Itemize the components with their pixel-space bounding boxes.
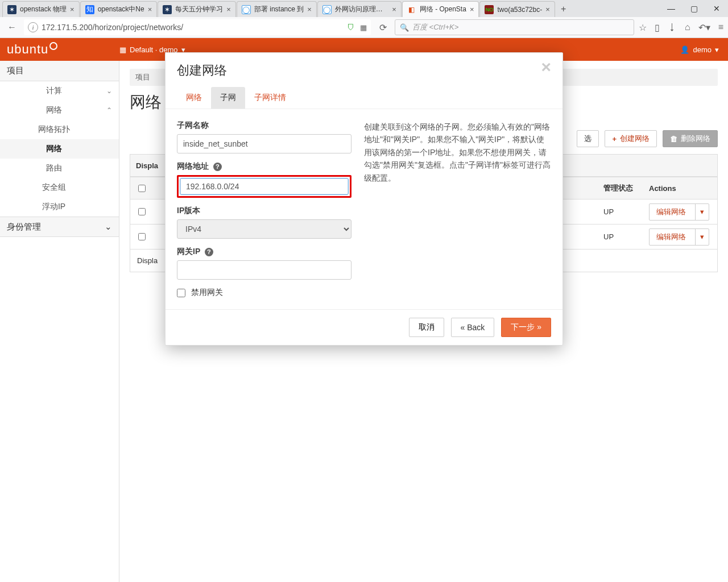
url-bar[interactable]: i 172.171.5.200/horizon/project/networks…	[24, 19, 371, 35]
tab-title: openstack 物理	[20, 5, 67, 14]
menu-icon[interactable]: ≡	[718, 22, 723, 32]
new-tab-button[interactable]: +	[556, 1, 572, 17]
history-icon[interactable]: ↶▾	[698, 22, 710, 33]
favicon-icon: ✶	[163, 5, 172, 14]
field-label: IP版本	[177, 206, 351, 216]
search-placeholder: 百度 <Ctrl+K>	[412, 22, 458, 32]
tab-close-icon[interactable]: ×	[545, 5, 550, 14]
favicon-icon: NO	[485, 5, 494, 14]
subnet-name-input[interactable]	[177, 134, 351, 153]
tab-title: 每天五分钟学习	[175, 5, 223, 14]
tab-title: 网络 - OpenSta	[420, 5, 466, 14]
next-button[interactable]: 下一步 »	[501, 318, 551, 337]
browser-chrome: ✶ openstack 物理 × 知 openstack中Ne × ✶ 每天五分…	[0, 0, 728, 38]
favicon-icon: ◯	[242, 5, 251, 14]
field-disable-gateway: 禁用网关	[177, 288, 351, 298]
reload-button[interactable]: ⟳	[375, 20, 390, 35]
modal-overlay: 创建网络 × 网络 子网 子网详情 子网名称 网络地址 ?	[0, 38, 728, 582]
bookmark-icon[interactable]: ☆	[639, 22, 647, 33]
maximize-button[interactable]: ▢	[682, 0, 705, 17]
tab-close-icon[interactable]: ×	[392, 5, 396, 14]
modal-title: 创建网络	[177, 62, 227, 79]
tab-network[interactable]: 网络	[177, 87, 211, 109]
field-gateway: 网关IP ?	[177, 247, 351, 280]
browser-tab[interactable]: NO two(a53c72bc- ×	[479, 1, 555, 17]
modal-header: 创建网络 ×	[166, 53, 562, 85]
field-label: 网关IP ?	[177, 247, 351, 257]
modal-close-icon[interactable]: ×	[541, 62, 551, 72]
field-label: 子网名称	[177, 120, 351, 131]
help-icon[interactable]: ?	[213, 163, 222, 171]
modal-help-text: 创建关联到这个网络的子网。您必须输入有效的"网络地址"和"网关IP"。如果您不输…	[364, 120, 551, 298]
checkbox-label: 禁用网关	[191, 288, 223, 298]
download-icon[interactable]: ⭣	[668, 22, 677, 32]
browser-tab[interactable]: ✶ 每天五分钟学习 ×	[158, 1, 236, 17]
search-provider-icon: 🔍	[400, 23, 409, 32]
tab-title: 部署 instance 到	[254, 5, 304, 14]
browser-tab-active[interactable]: ◧ 网络 - OpenSta ×	[402, 1, 479, 17]
shield-icon[interactable]: ⛉	[347, 23, 354, 32]
tab-close-icon[interactable]: ×	[226, 5, 231, 14]
minimize-button[interactable]: —	[660, 0, 682, 17]
tab-subnet[interactable]: 子网	[211, 87, 245, 109]
tab-close-icon[interactable]: ×	[307, 5, 312, 14]
modal-tabs: 网络 子网 子网详情	[166, 85, 562, 109]
site-info-icon[interactable]: i	[28, 22, 38, 32]
tab-title: 外网访问原理分析	[335, 5, 388, 14]
toolbar-icons: ☆ ▯ ⭣ ⌂ ↶▾ ≡	[639, 22, 723, 33]
tab-close-icon[interactable]: ×	[148, 5, 152, 14]
tab-title: openstack中Ne	[98, 5, 144, 14]
form-left: 子网名称 网络地址 ? IP版本	[177, 120, 364, 298]
window-controls: — ▢ ✕	[660, 0, 728, 17]
ip-version-select[interactable]: IPv4	[177, 219, 351, 239]
close-window-button[interactable]: ✕	[705, 0, 728, 17]
back-button[interactable]: « Back	[451, 318, 495, 337]
disable-gateway-checkbox[interactable]	[177, 289, 185, 297]
label-text: 网关IP	[177, 247, 200, 256]
favicon-icon: ◯	[322, 5, 332, 14]
label-text: 网络地址	[177, 161, 209, 171]
field-label: 网络地址 ?	[177, 161, 351, 172]
app-root: ubuntu ▦ Default · demo ▾ 👤 demo ▾ 项目 计算…	[0, 38, 728, 582]
favicon-icon: 知	[85, 5, 94, 14]
search-input[interactable]: 🔍 百度 <Ctrl+K>	[395, 19, 634, 35]
tab-subnet-details[interactable]: 子网详情	[245, 87, 295, 109]
field-cidr: 网络地址 ?	[177, 161, 351, 198]
cidr-input[interactable]	[180, 178, 349, 195]
browser-tab[interactable]: 知 openstack中Ne ×	[80, 1, 158, 17]
browser-tabs: ✶ openstack 物理 × 知 openstack中Ne × ✶ 每天五分…	[0, 0, 728, 17]
cancel-button[interactable]: 取消	[409, 318, 444, 337]
browser-tab[interactable]: ✶ openstack 物理 ×	[2, 1, 80, 17]
tab-title: two(a53c72bc-	[497, 6, 542, 14]
home-icon[interactable]: ⌂	[685, 22, 690, 32]
gateway-input[interactable]	[177, 260, 351, 280]
tab-close-icon[interactable]: ×	[70, 5, 75, 14]
field-subnet-name: 子网名称	[177, 120, 351, 153]
modal-footer: 取消 « Back 下一步 »	[166, 309, 562, 345]
tab-close-icon[interactable]: ×	[470, 5, 474, 14]
favicon-icon: ◧	[407, 5, 416, 14]
url-bar-row: ← i 172.171.5.200/horizon/project/networ…	[0, 17, 728, 38]
help-icon[interactable]: ?	[205, 248, 213, 256]
modal-body: 子网名称 网络地址 ? IP版本	[166, 109, 562, 309]
favicon-icon: ✶	[7, 5, 16, 14]
url-text: 172.171.5.200/horizon/project/networks/	[42, 23, 347, 32]
qr-icon[interactable]: ▦	[360, 23, 367, 32]
browser-tab[interactable]: ◯ 部署 instance 到 ×	[237, 1, 317, 17]
highlight-box	[177, 175, 351, 198]
library-icon[interactable]: ▯	[655, 22, 660, 33]
browser-tab[interactable]: ◯ 外网访问原理分析 ×	[317, 1, 402, 17]
field-ip-version: IP版本 IPv4	[177, 206, 351, 239]
back-button[interactable]: ←	[5, 20, 19, 35]
create-network-modal: 创建网络 × 网络 子网 子网详情 子网名称 网络地址 ?	[165, 52, 563, 346]
